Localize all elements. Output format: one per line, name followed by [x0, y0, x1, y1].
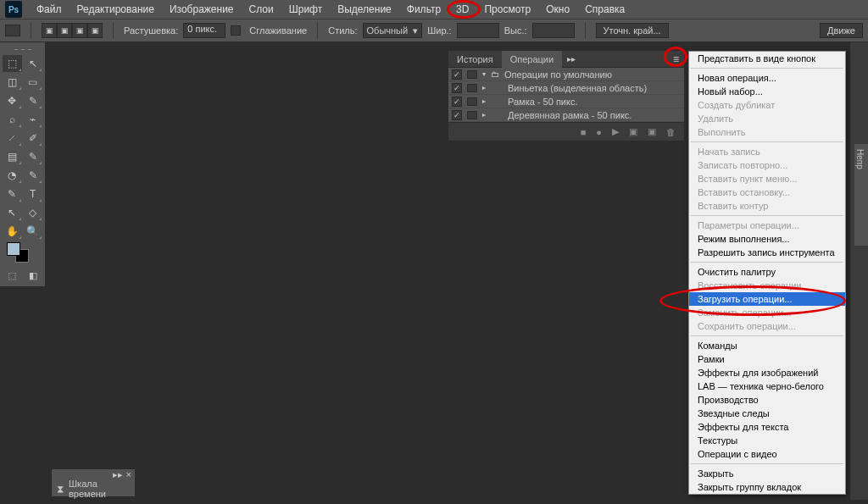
- menu-фильтр[interactable]: Фильтр: [399, 0, 448, 19]
- disclosure-icon[interactable]: ▸: [482, 84, 486, 91]
- dialog-toggle[interactable]: [467, 84, 477, 92]
- menu-3d[interactable]: 3D: [448, 0, 476, 19]
- actions-panel: История Операции ▸▸ ≡ ✓ ▾ 🗀 Операции по …: [448, 50, 685, 141]
- flyout-item[interactable]: Операции с видео: [689, 447, 845, 461]
- toggle-checkbox[interactable]: ✓: [452, 83, 462, 93]
- menu-изображение[interactable]: Изображение: [162, 0, 242, 19]
- menu-справка[interactable]: Справка: [577, 0, 632, 19]
- tab-actions[interactable]: Операции: [502, 51, 562, 68]
- flyout-item[interactable]: Закрыть: [689, 467, 845, 480]
- foreground-swatch[interactable]: [7, 242, 20, 256]
- panel-grip[interactable]: [2, 46, 43, 53]
- collapse-icon[interactable]: ▸▸: [562, 54, 581, 64]
- dialog-toggle[interactable]: [467, 97, 477, 106]
- width-input[interactable]: [457, 23, 499, 38]
- flyout-item[interactable]: Режим выполнения...: [689, 232, 845, 246]
- flyout-item[interactable]: Производство: [689, 393, 845, 407]
- antialias-checkbox[interactable]: [231, 25, 241, 36]
- select-intersect-button[interactable]: ▣: [87, 23, 103, 38]
- flyout-item[interactable]: Очистить палитру: [689, 265, 845, 279]
- tool-9-1[interactable]: 🔍: [24, 223, 43, 240]
- menu-слои[interactable]: Слои: [242, 0, 281, 19]
- dialog-toggle[interactable]: [467, 70, 477, 79]
- tool-0-0[interactable]: ⬚: [3, 55, 22, 72]
- tool-1-0[interactable]: ◫: [3, 74, 22, 91]
- menu-выделение[interactable]: Выделение: [330, 0, 399, 19]
- tool-7-1[interactable]: T: [24, 186, 43, 202]
- motion-button[interactable]: Движе: [820, 23, 863, 38]
- tool-8-0[interactable]: ↖: [3, 204, 22, 221]
- flyout-item[interactable]: Представить в виде кнопок: [689, 52, 845, 65]
- tool-2-1[interactable]: ✎: [24, 92, 43, 109]
- flyout-item[interactable]: Эффекты для изображений: [689, 366, 845, 379]
- tool-1-1[interactable]: ▭: [24, 74, 43, 91]
- flyout-item[interactable]: Разрешить запись инструмента: [689, 246, 845, 259]
- tool-4-1[interactable]: ✐: [24, 130, 43, 147]
- height-input[interactable]: [532, 23, 575, 38]
- flyout-item[interactable]: Закрыть группу вкладок: [689, 480, 845, 494]
- tool-5-1[interactable]: ✎: [24, 148, 43, 165]
- play-icon[interactable]: ▶: [612, 126, 619, 137]
- dialog-toggle[interactable]: [467, 111, 477, 119]
- flyout-item[interactable]: Эффекты для текста: [689, 420, 845, 434]
- timeline-label: Шкала времени: [69, 479, 130, 499]
- select-new-button[interactable]: ▣: [42, 23, 57, 38]
- select-subtract-button[interactable]: ▣: [72, 23, 87, 38]
- flyout-item[interactable]: Команды: [689, 339, 845, 352]
- action-row[interactable]: ✓▸Рамка - 50 пикс.: [448, 95, 684, 108]
- action-row[interactable]: ✓▸Виньетка (выделенная область): [448, 81, 684, 95]
- screenmode-button[interactable]: ◧: [23, 268, 44, 283]
- tool-7-0[interactable]: ✎: [3, 186, 22, 202]
- style-select[interactable]: Обычный▾: [363, 23, 423, 38]
- disclosure-icon[interactable]: ▸: [482, 97, 486, 105]
- flyout-item[interactable]: LAB — техника черно-белого: [689, 379, 845, 393]
- toggle-checkbox[interactable]: ✓: [452, 69, 462, 80]
- right-collapsed-panel[interactable]: Непр: [854, 144, 868, 246]
- menu-просмотр[interactable]: Просмотр: [476, 0, 538, 19]
- tool-3-0[interactable]: ⌕: [3, 111, 22, 128]
- action-set-row[interactable]: ✓ ▾ 🗀 Операции по умолчанию: [448, 68, 684, 81]
- flyout-item[interactable]: Рамки: [689, 352, 845, 366]
- tool-6-1[interactable]: ✎: [24, 167, 43, 184]
- right-dock[interactable]: [849, 42, 868, 500]
- menu-окно[interactable]: Окно: [538, 0, 577, 19]
- timeline-panel[interactable]: ▸▸× ⧗Шкала времени: [51, 468, 136, 497]
- stop-icon[interactable]: ■: [581, 127, 587, 137]
- record-icon[interactable]: ●: [596, 127, 602, 137]
- menu-bar: Ps ФайлРедактированиеИзображениеСлоиШриф…: [0, 0, 868, 19]
- trash-icon[interactable]: 🗑: [666, 127, 676, 137]
- feather-input[interactable]: 0 пикс.: [183, 23, 225, 38]
- tool-4-0[interactable]: ⟋: [3, 130, 22, 147]
- tool-3-1[interactable]: ⌁: [24, 111, 43, 128]
- toggle-checkbox[interactable]: ✓: [452, 110, 462, 120]
- tool-2-0[interactable]: ✥: [3, 92, 22, 109]
- menu-шрифт[interactable]: Шрифт: [281, 0, 330, 19]
- select-add-button[interactable]: ▣: [57, 23, 72, 38]
- flyout-item[interactable]: Новая операция...: [689, 71, 845, 85]
- new-set-icon[interactable]: ▣: [629, 126, 637, 137]
- panel-menu-icon[interactable]: ≡: [668, 53, 684, 65]
- flyout-item[interactable]: Звездные следы: [689, 407, 845, 420]
- separator: [113, 22, 114, 39]
- tool-preset-swatch[interactable]: [5, 25, 20, 36]
- menu-файл[interactable]: Файл: [29, 0, 70, 19]
- tool-5-0[interactable]: ▤: [3, 148, 22, 165]
- tool-0-1[interactable]: ↖: [24, 55, 43, 72]
- flyout-item[interactable]: Загрузить операции...: [689, 292, 845, 306]
- tab-history[interactable]: История: [448, 51, 502, 68]
- disclosure-icon[interactable]: ▾: [482, 70, 486, 78]
- disclosure-icon[interactable]: ▸: [482, 111, 486, 119]
- new-action-icon[interactable]: ▣: [648, 126, 656, 137]
- quickmask-button[interactable]: ⬚: [2, 268, 23, 283]
- flyout-item[interactable]: Текстуры: [689, 434, 845, 447]
- refine-edge-button[interactable]: Уточн. край...: [596, 23, 669, 38]
- tool-8-1[interactable]: ◇: [24, 204, 43, 221]
- flyout-item[interactable]: Новый набор...: [689, 85, 845, 98]
- tool-6-0[interactable]: ◔: [3, 167, 22, 184]
- app-logo: Ps: [5, 1, 22, 18]
- tool-9-0[interactable]: ✋: [3, 223, 22, 240]
- color-swatches[interactable]: [2, 241, 43, 264]
- action-row[interactable]: ✓▸Деревянная рамка - 50 пикс.: [448, 108, 684, 122]
- menu-редактирование[interactable]: Редактирование: [70, 0, 162, 19]
- toggle-checkbox[interactable]: ✓: [452, 97, 462, 107]
